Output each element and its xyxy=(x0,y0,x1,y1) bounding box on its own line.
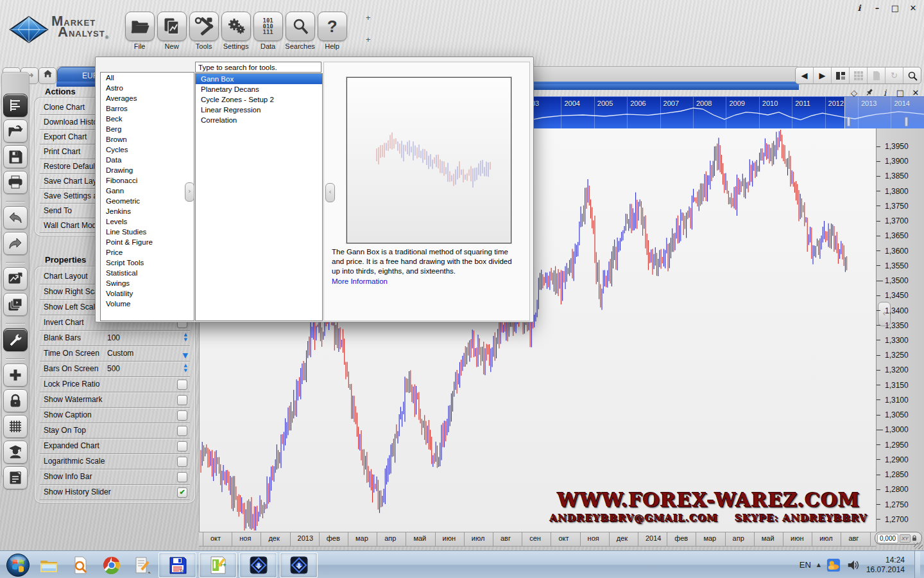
taskbar-notepadpp-app-button[interactable]: ++ xyxy=(199,552,237,578)
checkbox[interactable] xyxy=(177,410,187,421)
volume-tray-icon[interactable] xyxy=(846,558,860,572)
category-item[interactable]: Beck xyxy=(101,114,194,124)
tool-result-item[interactable]: Cycle Zones - Setup 2 xyxy=(196,94,322,105)
training-mode-button[interactable] xyxy=(3,441,28,464)
property-row[interactable]: Show Caption xyxy=(40,408,190,423)
tool-result-item[interactable]: Correlation xyxy=(196,115,322,125)
stepper-control[interactable]: ▲▼ xyxy=(184,363,187,373)
panel-maximize-button[interactable]: □ xyxy=(895,88,905,98)
dropdown-chevron-icon[interactable]: ▼ xyxy=(183,348,188,363)
lock-button[interactable] xyxy=(3,389,28,412)
category-item[interactable]: Berg xyxy=(101,124,194,134)
category-item[interactable]: Astro xyxy=(101,83,194,93)
start-button[interactable] xyxy=(6,553,30,577)
property-row[interactable]: Logarithmic Scale xyxy=(40,454,190,469)
slider-handle-left[interactable] xyxy=(847,117,850,127)
spinner-up-icon[interactable]: ▲ xyxy=(184,363,187,368)
category-item[interactable]: Brown xyxy=(101,134,194,144)
tool-result-item[interactable]: Gann Box xyxy=(196,74,322,84)
file-button[interactable] xyxy=(125,12,155,41)
page-preview-button[interactable] xyxy=(868,67,886,83)
checkbox[interactable] xyxy=(177,426,187,436)
clock[interactable]: 14:24 16.07.2014 xyxy=(866,556,905,575)
language-indicator[interactable]: EN xyxy=(800,560,811,570)
category-item[interactable]: Levels xyxy=(101,216,194,227)
category-item[interactable]: Point & Figure xyxy=(101,237,194,247)
property-row[interactable]: Show Watermark xyxy=(40,392,190,408)
category-item[interactable]: Averages xyxy=(101,93,194,103)
spinner-down-icon[interactable]: ▼ xyxy=(184,337,187,342)
property-row[interactable]: Show Info Bar xyxy=(40,469,190,485)
taskbar-chrome-button[interactable] xyxy=(99,553,124,577)
more-information-link[interactable]: More Information xyxy=(332,277,388,285)
export-all-images-button[interactable] xyxy=(3,293,28,316)
category-item[interactable]: Script Tools xyxy=(101,258,194,268)
property-row[interactable]: Expanded Chart xyxy=(40,439,190,454)
taskbar-explorer-button[interactable] xyxy=(36,553,62,577)
checkbox[interactable] xyxy=(177,395,187,405)
price-scale[interactable]: ‹ 1,39501,39001,38501,38001,37501,37001,… xyxy=(876,128,924,532)
window-info-button[interactable]: i xyxy=(853,3,865,13)
time-axis[interactable]: октноядек2013февмарапрмайиюниюлавгсенокт… xyxy=(199,532,876,547)
category-item[interactable]: All xyxy=(101,73,194,83)
taskbar-download-manager-2-button[interactable] xyxy=(280,552,318,578)
taskbar-download-manager-button[interactable] xyxy=(239,552,277,578)
open-chart-button[interactable] xyxy=(3,119,28,143)
tools-panel-button[interactable] xyxy=(3,328,28,351)
grid-lines-button[interactable] xyxy=(3,415,28,438)
property-row[interactable]: Stay On Top xyxy=(40,423,190,439)
category-item[interactable]: Line Studies xyxy=(101,227,194,237)
category-item[interactable]: Volatility xyxy=(101,288,194,299)
taskbar-save64-app-button[interactable]: 64 xyxy=(158,552,196,578)
home-button[interactable] xyxy=(38,67,56,84)
preview-scroll-left-button[interactable]: ‹ xyxy=(325,183,335,202)
property-row[interactable]: Time On ScreenCustom▼ xyxy=(40,346,190,362)
tool-result-item[interactable]: Linear Regression xyxy=(196,105,322,115)
category-item[interactable]: Gann xyxy=(101,186,194,196)
property-row[interactable]: Lock Price Ratio xyxy=(40,377,190,392)
notes-button[interactable] xyxy=(3,466,28,489)
property-row[interactable]: Show History Slider✔ xyxy=(40,485,190,500)
panel-close-button[interactable]: ✕ xyxy=(911,88,921,98)
scroll-right-button[interactable]: ▶ xyxy=(814,67,832,83)
checkbox[interactable]: ✔ xyxy=(177,487,187,498)
diamond-icon[interactable]: ◇ xyxy=(849,88,859,98)
checkbox[interactable] xyxy=(177,472,187,482)
show-desktop-button[interactable] xyxy=(914,551,920,578)
undo-button[interactable] xyxy=(3,206,28,229)
weather-tray-icon[interactable] xyxy=(826,558,841,572)
window-maximize-button[interactable]: □ xyxy=(889,3,901,13)
category-item[interactable]: Volume xyxy=(101,299,194,309)
tray-expand-button[interactable]: ▲ xyxy=(817,562,821,568)
print-button[interactable] xyxy=(3,171,28,194)
category-item[interactable]: Jenkins xyxy=(101,206,194,216)
data-button[interactable]: 101 010 111 xyxy=(253,12,283,41)
add-tool-button[interactable] xyxy=(3,363,28,387)
category-item[interactable]: Drawing xyxy=(101,165,194,175)
resize-grip[interactable] xyxy=(914,543,923,549)
window-minimize-button[interactable]: – xyxy=(871,3,883,13)
panel-info-button[interactable]: i xyxy=(880,88,890,98)
checkbox[interactable] xyxy=(177,380,187,390)
stepper-control[interactable]: ▲▼ xyxy=(184,332,187,342)
help-button[interactable]: ? xyxy=(318,12,347,41)
layout-button[interactable] xyxy=(832,67,850,83)
property-row[interactable]: Blank Bars100▲▼ xyxy=(40,331,190,346)
checkbox[interactable] xyxy=(177,441,187,451)
settings-button[interactable] xyxy=(221,12,251,41)
grid-view-button[interactable] xyxy=(850,67,868,83)
slider-selected-range[interactable] xyxy=(844,97,924,129)
category-item[interactable]: Statistical xyxy=(101,268,194,278)
category-item[interactable]: Barros xyxy=(101,103,194,114)
new-button[interactable] xyxy=(157,12,187,41)
checkbox[interactable] xyxy=(177,457,187,467)
refresh-button[interactable]: ↻ xyxy=(886,67,903,83)
category-item[interactable]: Swings xyxy=(101,278,194,288)
tool-result-item[interactable]: Planetary Decans xyxy=(196,84,322,94)
tool-search-input[interactable] xyxy=(195,62,321,73)
window-close-button[interactable]: ✕ xyxy=(907,3,919,13)
category-item[interactable]: Cycles xyxy=(101,144,194,155)
property-row[interactable]: Bars On Screen500▲▼ xyxy=(40,362,190,377)
slider-handle-right[interactable] xyxy=(905,117,908,127)
export-image-button[interactable] xyxy=(3,267,28,290)
